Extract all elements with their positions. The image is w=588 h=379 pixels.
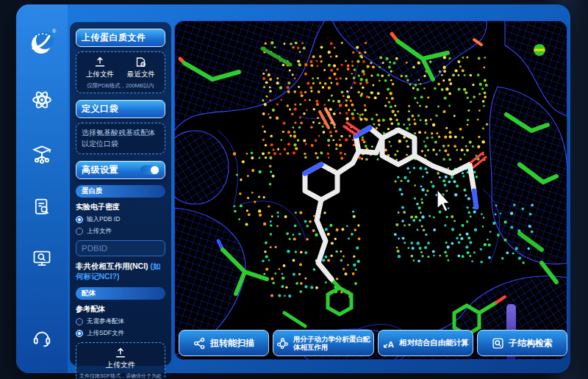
substructure-search-label: 子结构检索 — [509, 337, 553, 350]
radio-no-reference-ligand[interactable]: 无需参考配体 — [76, 317, 165, 326]
substructure-search-button[interactable]: 子结构检索 — [477, 330, 567, 356]
atom-icon — [31, 89, 53, 111]
reference-ligand-label: 参考配体 — [76, 304, 165, 314]
advanced-settings-toggle[interactable] — [140, 165, 159, 175]
upload-file-button[interactable]: 上传文件 — [86, 57, 114, 79]
radio-upload-sdf[interactable]: 上传SDF文件 — [76, 329, 165, 338]
radio-selected-icon — [76, 216, 83, 223]
pocket-hint-box[interactable]: 选择氨基酸残基或配体以定位口袋 — [76, 123, 165, 154]
radio-selected-icon — [76, 330, 83, 337]
sdf-upload-box[interactable]: 上传文件 文件仅限SDF格式，请确保分子为处在口袋中的3D构象 — [76, 342, 165, 379]
molecule-icon — [193, 337, 206, 350]
advanced-settings-header: 高级设置 — [76, 161, 165, 179]
density-label: 实验电子密度 — [76, 202, 165, 212]
left-panel: 上传蛋白质文件 上传文件 最近文件 — [70, 22, 171, 366]
recent-files-label: 最近文件 — [127, 70, 155, 79]
sidebar-item-molecules[interactable] — [27, 85, 57, 115]
radio-upload-protein-file[interactable]: 上传文件 — [76, 227, 165, 236]
logo-swirl-icon: ® — [26, 26, 58, 59]
upload-protein-title: 上传蛋白质文件 — [82, 32, 146, 44]
free-energy-button[interactable]: A 相对结合自由能计算 — [378, 330, 473, 356]
sidebar-item-learning[interactable] — [27, 140, 57, 169]
desktop-background: ® — [0, 0, 588, 379]
torsion-scan-label: 扭转能扫描 — [210, 337, 254, 350]
headset-icon — [31, 327, 53, 349]
sidebar-item-reports[interactable] — [27, 192, 57, 222]
upload-icon — [115, 347, 126, 358]
substructure-search-icon — [492, 337, 504, 350]
radio-enter-pdb-label: 输入PDB ID — [87, 215, 120, 224]
mesh-tendrils — [218, 65, 500, 344]
app-logo: ® — [26, 26, 58, 59]
svg-text:A: A — [388, 339, 395, 348]
radio-upload-label: 上传文件 — [87, 227, 112, 236]
radio-unselected-icon — [76, 228, 83, 235]
protein-section-pill: 蛋白质 — [76, 185, 165, 198]
free-energy-label: 相对结合自由能计算 — [399, 338, 469, 348]
nci-text: 非共价相互作用(NCI) (如何标记NCI?) — [76, 261, 165, 281]
radio-upload-sdf-label: 上传SDF文件 — [87, 329, 124, 338]
sidebar-item-support[interactable] — [27, 323, 57, 353]
learn-network-icon — [31, 143, 53, 165]
document-search-icon — [32, 197, 52, 217]
md-analysis-button[interactable]: 用分子动力学分析蛋白配体相互作用 — [273, 330, 374, 356]
ligand-section-pill: 配体 — [76, 287, 165, 300]
molecule-network-icon — [276, 337, 289, 350]
torsion-scan-button[interactable]: 扭转能扫描 — [179, 330, 269, 356]
nci-label: 非共价相互作用(NCI) — [76, 261, 148, 270]
protein-upload-box: 上传文件 最近文件 仅限PDB格式，200MB以内 — [76, 51, 165, 93]
md-analysis-label: 用分子动力学分析蛋白配体相互作用 — [293, 335, 370, 352]
action-toolbar: 扭转能扫描 用分子动力学分析蛋白配体相互作用 A 相对结合自由能计算 — [179, 330, 567, 356]
sidebar-item-analysis[interactable] — [27, 244, 57, 273]
molecular-scene — [174, 21, 567, 360]
app-window: ® — [16, 4, 570, 373]
recent-file-icon — [135, 57, 147, 68]
upload-icon — [94, 57, 106, 68]
pdb-id-input[interactable] — [76, 240, 165, 256]
recent-files-button[interactable]: 最近文件 — [127, 57, 155, 79]
svg-text:®: ® — [52, 29, 57, 34]
sidebar: ® — [16, 4, 68, 373]
sdf-upload-label: 上传文件 — [106, 360, 135, 370]
radio-unselected-icon — [76, 318, 83, 325]
upload-protein-header: 上传蛋白质文件 — [76, 29, 165, 47]
advanced-settings-title: 高级设置 — [82, 164, 118, 176]
toggle-knob — [151, 166, 159, 174]
delta-a-icon: A — [382, 337, 395, 350]
define-pocket-header: 定义口袋 — [76, 100, 165, 118]
define-pocket-title: 定义口袋 — [82, 103, 118, 115]
viewport-3d[interactable]: 扭转能扫描 用分子动力学分析蛋白配体相互作用 A 相对结合自由能计算 — [174, 21, 567, 360]
sdf-upload-note: 文件仅限SDF格式，请确保分子为处在口袋中的3D构象 — [79, 372, 162, 379]
radio-enter-pdb-id[interactable]: 输入PDB ID — [76, 215, 165, 224]
upload-file-label: 上传文件 — [86, 70, 114, 79]
radio-no-ref-label: 无需参考配体 — [87, 317, 124, 326]
protein-upload-note: 仅限PDB格式，200MB以内 — [79, 82, 162, 90]
monitor-search-icon — [32, 248, 52, 269]
pocket-hint-text: 选择氨基酸残基或配体以定位口袋 — [82, 129, 155, 148]
